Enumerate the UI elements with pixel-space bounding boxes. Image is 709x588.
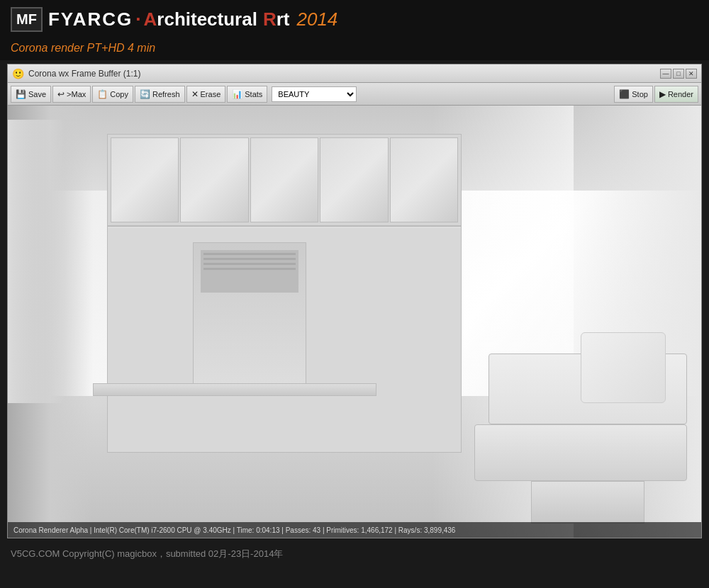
- sofa-cushion: [581, 332, 666, 403]
- logo-architectural: Architectural: [144, 9, 257, 30]
- footer-text: V5CG.COM Copyright(C) magicbox，submitted…: [11, 548, 283, 559]
- cabinet-door-3: [250, 137, 318, 222]
- save-label: Save: [28, 90, 46, 98]
- branding-bar: MF FYARCG · Architectural Rrt 2014: [0, 0, 709, 39]
- coffee-table: [531, 481, 644, 524]
- logo-separator: ·: [135, 9, 140, 30]
- render-scene: Corona Renderer Alpha | Intel(R) Core(TM…: [8, 106, 701, 538]
- vent-line-2: [203, 258, 296, 260]
- logo-fyarcg: FYARCG: [48, 9, 133, 30]
- maximize-button[interactable]: □: [673, 69, 684, 79]
- lower-section: [108, 228, 461, 452]
- logo-rrt-rest: rt: [277, 9, 290, 30]
- copy-icon: 📋: [97, 89, 108, 99]
- logo-rrt: Rrt: [263, 9, 290, 30]
- stats-label: Stats: [245, 90, 262, 98]
- subtitle-text: Corona render PT+HD 4 min: [11, 42, 155, 54]
- window-titlebar: 🙂 Corona wx Frame Buffer (1:1) — □ ✕: [8, 64, 701, 83]
- max-button[interactable]: ↩ >Max: [52, 86, 91, 103]
- render-pass-select[interactable]: BEAUTY DIFFUSE REFLECT REFRACT ALPHA: [272, 86, 357, 102]
- vent-line-1: [203, 253, 296, 255]
- refresh-button[interactable]: 🔄 Refresh: [135, 86, 185, 103]
- erase-button[interactable]: ✕ Erase: [186, 86, 226, 103]
- cabinet-door-4: [320, 137, 388, 222]
- sofa-body: [474, 424, 687, 481]
- window-title: Corona wx Frame Buffer (1:1): [28, 69, 141, 79]
- vent-line-4: [203, 268, 296, 270]
- stats-button[interactable]: 📊 Stats: [227, 86, 267, 103]
- copy-button[interactable]: 📋 Copy: [92, 86, 133, 103]
- stats-icon: 📊: [232, 89, 242, 99]
- toolbar: 💾 Save ↩ >Max 📋 Copy 🔄 Refresh ✕ Erase 📊…: [8, 83, 701, 106]
- beauty-dropdown-container[interactable]: BEAUTY DIFFUSE REFLECT REFRACT ALPHA: [272, 86, 357, 102]
- erase-label: Erase: [201, 90, 221, 98]
- erase-icon: ✕: [191, 89, 199, 99]
- save-icon: 💾: [16, 89, 26, 99]
- max-label: >Max: [67, 90, 86, 98]
- stop-icon: ⬛: [619, 89, 630, 99]
- logo-rrt-r: R: [263, 9, 277, 30]
- render-icon: ▶: [659, 89, 666, 99]
- logo-area: MF FYARCG · Architectural Rrt 2014: [11, 7, 337, 32]
- toolbar-right: ⬛ Stop ▶ Render: [614, 86, 698, 103]
- window-controls: — □ ✕: [660, 69, 697, 79]
- render-label: Render: [668, 90, 693, 98]
- cabinet-structure: [107, 134, 462, 453]
- main-window: 🙂 Corona wx Frame Buffer (1:1) — □ ✕ 💾 S…: [7, 64, 702, 538]
- refresh-label: Refresh: [152, 90, 180, 98]
- render-canvas: Corona Renderer Alpha | Intel(R) Core(TM…: [8, 106, 701, 538]
- window-icon: 🙂: [12, 68, 24, 79]
- cabinet-door-5: [390, 137, 458, 222]
- subtitle-bar: Corona render PT+HD 4 min: [0, 39, 709, 60]
- logo-arch-rest: rchitectural: [157, 9, 257, 30]
- sofa-area: [474, 339, 687, 481]
- logo-box: MF: [11, 7, 43, 32]
- counter-bar: [93, 383, 376, 396]
- logo-mf: MF: [16, 11, 37, 27]
- save-button[interactable]: 💾 Save: [11, 86, 51, 103]
- status-bar: Corona Renderer Alpha | Intel(R) Core(TM…: [8, 522, 701, 538]
- window-title-left: 🙂 Corona wx Frame Buffer (1:1): [12, 68, 141, 79]
- logo-year: 2014: [296, 9, 337, 30]
- minimize-button[interactable]: —: [660, 69, 671, 79]
- vent-line-3: [203, 263, 296, 265]
- cabinet-door-1: [111, 137, 179, 222]
- cabinet-door-2: [180, 137, 248, 222]
- max-icon: ↩: [57, 89, 65, 99]
- stop-label: Stop: [632, 90, 648, 98]
- window-left-light: [8, 120, 65, 403]
- appliance-vent: [201, 250, 298, 293]
- stop-button[interactable]: ⬛ Stop: [614, 86, 653, 103]
- close-button[interactable]: ✕: [686, 69, 697, 79]
- appliance-box: [193, 242, 306, 384]
- upper-cabinet: [108, 135, 461, 227]
- logo-arch-a: A: [144, 9, 157, 30]
- refresh-icon: 🔄: [140, 89, 150, 99]
- copy-label: Copy: [110, 90, 128, 98]
- status-text: Corona Renderer Alpha | Intel(R) Core(TM…: [13, 526, 455, 534]
- render-button[interactable]: ▶ Render: [654, 86, 698, 103]
- footer: V5CG.COM Copyright(C) magicbox，submitted…: [0, 542, 709, 566]
